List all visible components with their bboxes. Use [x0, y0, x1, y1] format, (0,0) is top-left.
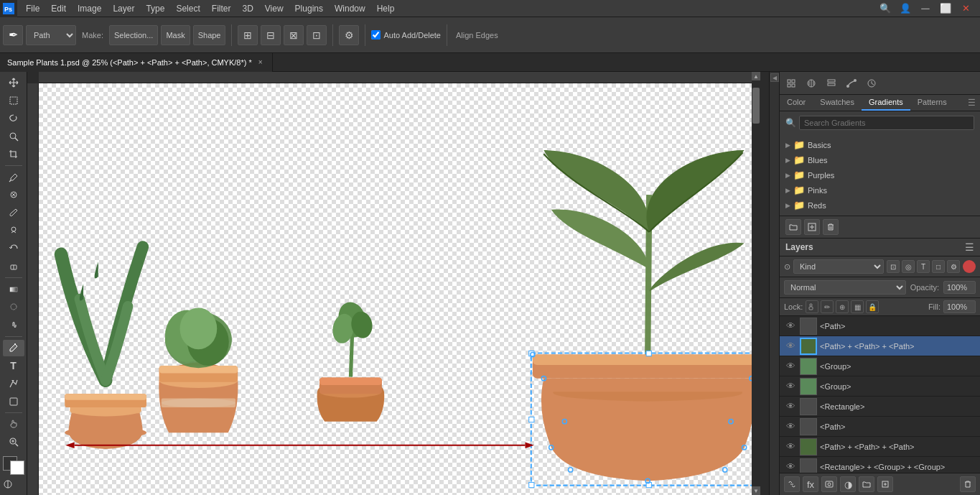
selection-button[interactable]: Selection...: [109, 25, 158, 45]
lock-image-btn[interactable]: ✏: [821, 300, 834, 313]
subtract-icon[interactable]: ⊟: [261, 25, 281, 45]
link-layers-btn[interactable]: [784, 476, 800, 492]
quick-mask-btn[interactable]: [3, 479, 24, 489]
layer-row[interactable]: 👁 <Rectangle>: [780, 397, 980, 417]
menu-view[interactable]: View: [259, 0, 289, 17]
layer-row[interactable]: 👁 <Group>: [780, 376, 980, 397]
canvas-svg[interactable]: [39, 83, 752, 495]
menu-plugins[interactable]: Plugins: [289, 0, 329, 17]
shape-button[interactable]: Shape: [193, 25, 226, 45]
properties-icon[interactable]: [783, 75, 800, 92]
menu-type[interactable]: Type: [140, 0, 170, 17]
fg-bg-colors[interactable]: [3, 456, 24, 475]
menu-3d[interactable]: 3D: [236, 0, 258, 17]
crop-tool[interactable]: [3, 146, 24, 162]
gradient-group-reds-header[interactable]: ▶ 📁 Reds: [780, 198, 980, 213]
mask-button[interactable]: Mask: [161, 25, 190, 45]
layer-row[interactable]: 👁 <Path> + <Path> + <Path>: [780, 336, 980, 356]
filter-type-select[interactable]: Kind: [793, 259, 884, 274]
layer-visibility-3[interactable]: 👁: [784, 380, 797, 393]
pen-tool[interactable]: [3, 340, 24, 356]
document-tab[interactable]: Sample Plants 1.psd @ 25% (<Path> + <Pat…: [0, 53, 273, 72]
layer-row[interactable]: 👁 <Rectangle> + <Group> + <Group>: [780, 457, 980, 473]
adjustments-icon[interactable]: [803, 75, 820, 92]
close-btn[interactable]: ✕: [957, 0, 974, 17]
filter-type-icon[interactable]: T: [917, 260, 930, 273]
layer-row[interactable]: 👁 <Path> + <Path> + <Path>: [780, 437, 980, 457]
menu-select[interactable]: Select: [170, 0, 205, 17]
marquee-tool[interactable]: [3, 93, 24, 109]
minimize-btn[interactable]: ─: [917, 0, 934, 17]
gradient-group-purples-header[interactable]: ▶ 📁 Purples: [780, 167, 980, 182]
layer-visibility-1[interactable]: 👁: [784, 340, 797, 353]
lock-all-btn[interactable]: 🔒: [866, 300, 879, 313]
layer-row[interactable]: 👁 <Path>: [780, 316, 980, 336]
tab-swatches[interactable]: Swatches: [813, 95, 862, 111]
opacity-input[interactable]: [943, 281, 976, 294]
tab-color[interactable]: Color: [780, 95, 813, 111]
search-btn[interactable]: 🔍: [877, 0, 894, 17]
layer-row[interactable]: 👁 <Path>: [780, 417, 980, 437]
delete-gradient-btn[interactable]: [823, 219, 839, 235]
collapse-panels-btn[interactable]: ◀: [770, 73, 779, 82]
tab-patterns[interactable]: Patterns: [910, 95, 954, 111]
layer-visibility-0[interactable]: 👁: [784, 320, 797, 333]
layer-visibility-4[interactable]: 👁: [784, 400, 797, 413]
add-layer-style-btn[interactable]: fx: [803, 476, 818, 492]
type-tool[interactable]: T: [3, 358, 24, 374]
blur-tool[interactable]: [3, 299, 24, 315]
layer-visibility-6[interactable]: 👁: [784, 440, 797, 453]
gradient-group-pinks-header[interactable]: ▶ 📁 Pinks: [780, 182, 980, 198]
maximize-btn[interactable]: ⬜: [937, 0, 954, 17]
vertical-scrollbar[interactable]: ▲ ▼: [752, 72, 760, 495]
align-icon[interactable]: ⚙: [339, 25, 359, 45]
clone-stamp-tool[interactable]: [3, 223, 24, 239]
move-tool[interactable]: [3, 75, 24, 91]
auto-add-delete-checkbox[interactable]: [371, 30, 381, 40]
auto-add-delete-toggle[interactable]: Auto Add/Delete: [371, 30, 441, 40]
gradient-tool[interactable]: [3, 281, 24, 297]
eyedropper-tool[interactable]: [3, 169, 24, 185]
lasso-tool[interactable]: [3, 111, 24, 127]
channels-icon[interactable]: [823, 75, 840, 92]
tab-gradients[interactable]: Gradients: [862, 95, 910, 111]
filter-pixel-icon[interactable]: ⊡: [887, 260, 900, 273]
menu-edit[interactable]: Edit: [45, 0, 72, 17]
healing-brush-tool[interactable]: [3, 187, 24, 203]
menu-file[interactable]: File: [20, 0, 45, 17]
account-btn[interactable]: 👤: [897, 0, 914, 17]
new-adjustment-btn[interactable]: ◑: [840, 476, 856, 492]
menu-window[interactable]: Window: [329, 0, 371, 17]
intersect-icon[interactable]: ⊠: [284, 25, 304, 45]
layer-row[interactable]: 👁 <Group>: [780, 356, 980, 376]
fill-input[interactable]: [943, 300, 976, 313]
filter-shape-icon[interactable]: □: [932, 260, 945, 273]
layers-menu-btn[interactable]: ☰: [965, 241, 974, 253]
lock-artboard-btn[interactable]: ▦: [851, 300, 864, 313]
add-mask-btn[interactable]: [821, 476, 837, 492]
exclude-icon[interactable]: ⊡: [307, 25, 327, 45]
menu-filter[interactable]: Filter: [206, 0, 237, 17]
gradient-search-input[interactable]: [799, 116, 974, 130]
tab-close-button[interactable]: ×: [256, 58, 265, 67]
lock-position-btn[interactable]: ⊕: [836, 300, 849, 313]
shape-tool[interactable]: [3, 393, 24, 410]
menu-layer[interactable]: Layer: [107, 0, 140, 17]
history-icon[interactable]: [863, 75, 880, 92]
gradient-group-blues-header[interactable]: ▶ 📁 Blues: [780, 152, 980, 167]
zoom-tool[interactable]: [3, 434, 24, 450]
new-layer-btn[interactable]: [877, 476, 893, 492]
gradient-group-basics-header[interactable]: ▶ 📁 Basics: [780, 137, 980, 152]
brush-tool[interactable]: [3, 205, 24, 221]
pen-tool-icon[interactable]: ✒: [3, 25, 23, 45]
new-group-btn[interactable]: [859, 476, 874, 492]
new-folder-btn[interactable]: [785, 219, 801, 235]
scroll-track[interactable]: [752, 80, 760, 486]
delete-layer-btn[interactable]: [960, 476, 976, 492]
scroll-down-btn[interactable]: ▼: [752, 486, 760, 495]
dodge-tool[interactable]: [3, 317, 24, 333]
new-gradient-btn[interactable]: [804, 219, 820, 235]
paths-icon[interactable]: [843, 75, 860, 92]
quick-select-tool[interactable]: [3, 129, 24, 145]
path-selection-tool[interactable]: [3, 375, 24, 392]
